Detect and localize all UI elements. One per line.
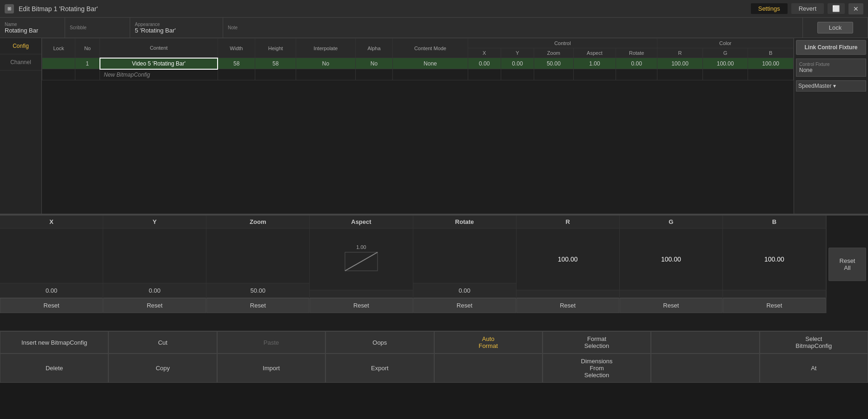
th-height: Height [255,39,296,58]
table-row[interactable]: 1 Video 5 'Rotating Bar' 58 58 No No Non… [42,58,794,69]
new-config-no [75,69,100,80]
paste-button[interactable]: Paste [217,331,325,354]
row-g: 100.00 [702,58,748,69]
oops-button[interactable]: Oops [325,331,434,354]
sidebar-item-channel[interactable]: Channel [0,54,41,71]
row-alpha: No [355,58,393,69]
th-g: G [702,48,748,58]
cut-button[interactable]: Cut [108,331,217,354]
dimensions-from-selection-button[interactable]: DimensionsFromSelection [543,354,651,383]
control-r-reset[interactable]: Reset [517,298,619,313]
control-x-reset[interactable]: Reset [0,298,103,313]
controls-grid: X 0.00 Reset Y 0.00 Reset Zoom 50.00 Res… [0,216,826,313]
row-zoom: 50.00 [534,58,573,69]
th-x: X [468,48,501,58]
right-panel: Link Control Fixture Control Fixture Non… [794,38,868,214]
monitor-button[interactable]: ⬜ [828,3,845,14]
left-sidebar: Config Channel [0,38,42,214]
th-control-group: Control [468,39,657,48]
control-x-label: X [0,216,103,229]
th-interpolate: Interpolate [296,39,356,58]
svg-line-1 [345,252,378,271]
aspect-chart-svg [343,250,380,273]
title-bar: ⊞ Edit Bitmap 1 'Rotating Bar' Settings … [0,0,868,18]
lock-field: Lock [803,18,868,38]
new-config-content: New BitmapConfig [100,69,218,80]
control-r-value [517,290,619,298]
row-interpolate: No [296,58,356,69]
control-aspect-reset[interactable]: Reset [310,298,412,313]
control-r-col: R 100.00 Reset [517,216,620,313]
sidebar-item-config[interactable]: Config [0,38,41,54]
bottom-controls: X 0.00 Reset Y 0.00 Reset Zoom 50.00 Res… [0,215,868,331]
config-table: Lock No Content Width Height Interpolate… [42,38,794,80]
th-aspect: Aspect [573,48,616,58]
row-width: 58 [218,58,255,69]
control-b-chart[interactable]: 100.00 [723,229,826,290]
copy-button[interactable]: Copy [108,354,217,383]
new-config-row[interactable]: New BitmapConfig [42,69,794,80]
reset-all-button[interactable]: ResetAll [828,248,866,281]
row-content-mode: None [393,58,468,69]
link-control-fixture-button[interactable]: Link Control Fixture [796,40,866,55]
control-b-reset[interactable]: Reset [723,298,826,313]
control-rotate-label: Rotate [413,216,516,229]
control-y-reset[interactable]: Reset [103,298,206,313]
control-y-chart[interactable] [103,229,206,283]
lock-button[interactable]: Lock [817,22,853,33]
control-y-value: 0.00 [103,283,206,298]
control-g-chart[interactable]: 100.00 [620,229,722,290]
row-x: 0.00 [468,58,501,69]
control-g-value [620,290,722,298]
export-button[interactable]: Export [325,354,434,383]
th-width: Width [218,39,255,58]
row-b: 100.00 [748,58,794,69]
settings-button[interactable]: Settings [751,3,788,14]
row-content[interactable]: Video 5 'Rotating Bar' [100,58,218,69]
control-zoom-reset[interactable]: Reset [206,298,309,313]
note-label: Note [228,25,798,30]
delete-button[interactable]: Delete [0,354,108,383]
control-aspect-col: Aspect 1.00 Reset [310,216,413,313]
row-rotate: 0.00 [616,58,657,69]
control-g-reset[interactable]: Reset [620,298,722,313]
th-content: Content [100,39,218,58]
th-no: No [75,39,100,58]
th-zoom: Zoom [534,48,573,58]
empty-bottom-col7 [651,354,759,383]
control-aspect-chart[interactable]: 1.00 [310,229,412,290]
empty-bottom-col5 [434,354,543,383]
speed-master-dropdown[interactable]: SpeedMaster ▾ [796,80,866,92]
window-title: Edit Bitmap 1 'Rotating Bar' [19,5,751,13]
th-rotate: Rotate [616,48,657,58]
import-button[interactable]: Import [217,354,325,383]
th-r: R [657,48,703,58]
appearance-value[interactable]: 5 'Rotating Bar' [135,27,218,34]
control-x-value: 0.00 [0,283,103,298]
control-zoom-chart[interactable] [206,229,309,283]
at-button[interactable]: At [760,354,868,383]
th-b: B [748,48,794,58]
control-r-chart[interactable]: 100.00 [517,229,619,290]
config-label: Config [13,43,29,49]
scribble-field: Scribble [65,18,130,38]
name-value[interactable]: Rotating Bar [5,27,60,34]
control-rotate-reset[interactable]: Reset [413,298,516,313]
control-x-chart[interactable] [0,229,103,283]
select-bitmapconfig-button[interactable]: SelectBitmapConfig [760,331,868,354]
th-y: Y [501,48,534,58]
control-rotate-chart[interactable] [413,229,516,283]
row-no: 1 [75,58,100,69]
insert-new-bitmapconfig-button[interactable]: Insert new BitmapConfig [0,331,108,354]
format-selection-button[interactable]: FormatSelection [543,331,651,354]
row-height: 58 [255,58,296,69]
th-lock: Lock [42,39,75,58]
control-zoom-col: Zoom 50.00 Reset [206,216,310,313]
auto-format-button[interactable]: AutoFormat [434,331,543,354]
revert-button[interactable]: Revert [791,3,824,14]
control-b-top-value: 100.00 [764,255,784,263]
th-content-mode: Content Mode [393,39,468,58]
control-r-top-value: 100.00 [558,255,578,263]
close-button[interactable]: ✕ [848,3,863,14]
control-b-label: B [723,216,826,229]
